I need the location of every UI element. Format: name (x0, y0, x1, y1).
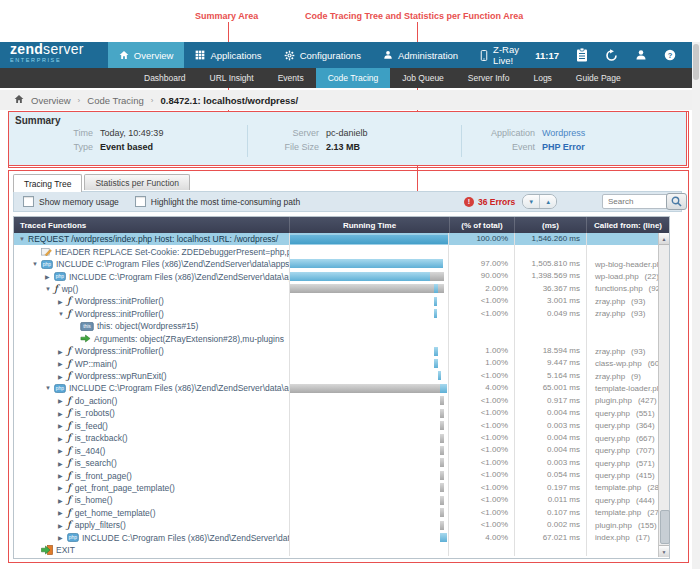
tree-row-wordpress-initprofiler[interactable]: ▼ƒWordpress::initProfiler()<1.00%0.049 m… (14, 308, 669, 320)
clipboard-icon[interactable] (576, 48, 588, 62)
expand-down-icon[interactable]: ▼ (45, 286, 54, 292)
refresh-icon[interactable] (605, 48, 618, 62)
tree-row-request-wordpress-index[interactable]: ▼REQUEST /wordpress/index.php Host: loca… (14, 233, 669, 245)
page-scrollbar[interactable] (692, 42, 700, 569)
tree-row-wp[interactable]: ▼ƒwp()2.00%36.367 msfunctions.php(927) (14, 283, 669, 295)
show-memory-usage-checkbox[interactable]: Show memory usage (23, 196, 119, 207)
expand-right-icon[interactable]: ▶ (58, 534, 67, 541)
tree-row-is-search[interactable]: ▶ƒis_search()<1.00%0.003 msquery.php(571… (14, 457, 669, 469)
tree-row-is-home[interactable]: ▶ƒis_home()<1.00%0.011 msquery.php(444) (14, 494, 669, 506)
breadcrumb-item-overview[interactable]: Overview (31, 95, 71, 106)
expand-right-icon[interactable]: ▶ (58, 447, 67, 454)
subnav-item-code-tracing[interactable]: Code Tracing (316, 68, 391, 88)
scroll-up-button[interactable]: ▲ (659, 233, 669, 245)
expand-right-icon[interactable]: ▶ (58, 522, 67, 529)
summary-group: TimeToday, 10:49:39TypeEvent based (15, 126, 163, 154)
tree-row-wordpress-initprofiler[interactable]: ▶ƒWordpress::initProfiler()<1.00%3.001 m… (14, 295, 669, 307)
expand-down-icon[interactable]: ▼ (32, 261, 41, 267)
nav-item-administration[interactable]: Administration (372, 42, 469, 68)
subnav-item-dashboard[interactable]: Dashboard (132, 68, 198, 88)
subnav-item-server-info[interactable]: Server Info (456, 68, 522, 88)
search-button[interactable] (666, 193, 687, 210)
tree-row-arguments-object-zrayex[interactable]: Arguments: object(ZRayExtension#28),mu-p… (14, 333, 669, 345)
subnav-item-logs[interactable]: Logs (521, 68, 563, 88)
expand-right-icon[interactable]: ▶ (58, 360, 67, 367)
percent-of-total-cell: 90.00% (449, 270, 514, 282)
expand-right-icon[interactable]: ▶ (58, 422, 67, 429)
called-from-cell: query.php(571) (586, 457, 669, 469)
nav-item-applications[interactable]: Applications (184, 42, 272, 68)
tab-tracing-tree[interactable]: Tracing Tree (13, 174, 82, 192)
tree-row-this-object-wordpress-1[interactable]: thisthis: object(Wordpress#15) (14, 320, 669, 332)
tree-row-include-c-program-files[interactable]: ▶phpINCLUDE C:\Program Files (x86)\Zend\… (14, 532, 669, 544)
nav-item-overview[interactable]: Overview (108, 42, 185, 68)
user-icon[interactable] (635, 48, 647, 62)
called-from-line: (364) (636, 421, 655, 430)
search-input[interactable] (602, 194, 672, 209)
page-scrollbar-thumb[interactable] (693, 44, 699, 80)
expand-down-icon[interactable]: ▼ (19, 236, 28, 242)
tree-row-include-c-program-files[interactable]: ▼phpINCLUDE C:\Program Files (x86)\Zend\… (14, 382, 669, 394)
called-from-line: (571) (636, 459, 655, 468)
tree-row-include-c-program-files[interactable]: ▼phpINCLUDE C:\Program Files (x86)\Zend\… (14, 258, 669, 270)
running-time-cell (289, 407, 449, 419)
expand-right-icon[interactable]: ▶ (58, 484, 67, 491)
summary-field-value[interactable]: PHP Error (542, 142, 585, 152)
breadcrumb-home-icon[interactable] (14, 94, 24, 106)
running-time-cell (289, 507, 449, 519)
tree-row-is-robots[interactable]: ▶ƒis_robots()<1.00%0.004 msquery.php(551… (14, 407, 669, 419)
subnav-item-job-queue[interactable]: Job Queue (390, 68, 456, 88)
tree-row-is-trackback[interactable]: ▶ƒis_trackback()<1.00%0.004 msquery.php(… (14, 432, 669, 444)
expand-right-icon[interactable]: ▶ (45, 273, 54, 280)
subnav-item-url-insight[interactable]: URL Insight (198, 68, 266, 88)
called-from-cell: wp-load.php(22) (586, 270, 669, 282)
tree-row-is-front-page[interactable]: ▶ƒis_front_page()<1.00%0.054 msquery.php… (14, 469, 669, 481)
tree-row-wordpress-initprofiler[interactable]: ▶ƒWordpress::initProfiler()1.00%18.594 m… (14, 345, 669, 357)
help-icon[interactable]: ? (664, 48, 676, 62)
summary-field-value[interactable]: Wordpress (542, 128, 585, 138)
tree-row-wordpress-wprunexit[interactable]: ▶ƒWordpress::wpRunExit()<1.00%5.164 mszr… (14, 370, 669, 382)
scrollbar-thumb[interactable] (660, 510, 670, 544)
nav-item-configurations[interactable]: Configurations (273, 42, 372, 68)
table-scrollbar[interactable]: ▲ ▼ (658, 233, 669, 557)
nav-item-label: Configurations (300, 50, 361, 61)
expand-right-icon[interactable]: ▶ (58, 497, 67, 504)
breadcrumb-item-code-tracing[interactable]: Code Tracing (87, 95, 144, 106)
checkbox-icon[interactable] (135, 196, 146, 207)
tree-row-get-front-page-template[interactable]: ▶ƒget_front_page_template()<1.00%0.197 m… (14, 482, 669, 494)
called-from-line: (667) (636, 434, 655, 443)
tree-row-include-c-program-files[interactable]: ▶phpINCLUDE C:\Program Files (x86)\Zend\… (14, 270, 669, 282)
tree-row-is-404[interactable]: ▶ƒis_404()<1.00%0.004 msquery.php(707) (14, 444, 669, 456)
errors-navigator: ! 36 Errors ▼ ▲ (464, 194, 557, 209)
checkbox-icon[interactable] (23, 196, 34, 207)
tree-row-apply-filters[interactable]: ▶ƒapply_filters()<1.00%0.002 msplugin.ph… (14, 519, 669, 531)
zend-server-logo[interactable]: zendserver ENTERPRISE (10, 44, 84, 66)
expand-right-icon[interactable]: ▶ (58, 472, 67, 479)
expand-right-icon[interactable]: ▶ (58, 410, 67, 417)
subnav-item-events[interactable]: Events (266, 68, 316, 88)
expand-right-icon[interactable]: ▶ (58, 397, 67, 404)
expand-right-icon[interactable]: ▶ (58, 509, 67, 516)
tree-row-do-action[interactable]: ▶ƒdo_action()<1.00%0.917 msplugin.php(42… (14, 395, 669, 407)
expand-right-icon[interactable]: ▶ (58, 298, 67, 305)
tree-row-get-home-template[interactable]: ▶ƒget_home_template()<1.00%0.107 mstempl… (14, 507, 669, 519)
tree-row-is-feed[interactable]: ▶ƒis_feed()<1.00%0.003 msquery.php(364) (14, 420, 669, 432)
expand-down-icon[interactable]: ▼ (45, 385, 54, 391)
prev-error-button[interactable]: ▼ (523, 195, 539, 208)
expand-right-icon[interactable]: ▶ (58, 348, 67, 355)
expand-down-icon[interactable]: ▼ (58, 311, 67, 317)
tree-row-exit[interactable]: EXIT (14, 544, 669, 556)
nav-item-z-ray-live[interactable]: Z-Ray Live! (469, 42, 535, 68)
tab-statistics-per-function[interactable]: Statistics per Function (84, 174, 190, 190)
expand-right-icon[interactable]: ▶ (58, 460, 67, 467)
next-error-button[interactable]: ▲ (539, 195, 556, 208)
highlight-path-checkbox[interactable]: Highlight the most time-consuming path (135, 196, 300, 207)
tree-row-header-replace-set-cooki[interactable]: HEADER REPLACE Set-Cookie: ZDEDebuggerPr… (14, 245, 669, 257)
expand-right-icon[interactable]: ▶ (58, 373, 67, 380)
expand-right-icon[interactable]: ▶ (58, 435, 67, 442)
subnav-item-guide-page[interactable]: Guide Page (564, 68, 633, 88)
called-from-file: query.php (595, 434, 630, 443)
tree-row-wp-main[interactable]: ▶ƒWP::main()1.00%9.447 msclass-wp.php(60… (14, 357, 669, 369)
scroll-down-button[interactable]: ▼ (659, 545, 669, 557)
running-time-bar (290, 259, 443, 268)
